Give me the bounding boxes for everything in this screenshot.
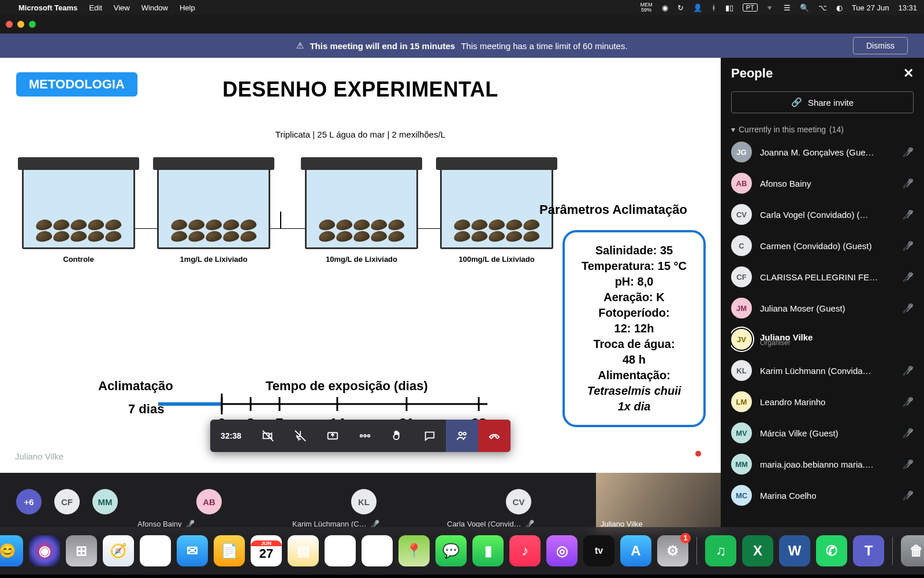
avatar: JG	[731, 142, 752, 162]
record-icon[interactable]: ◉	[662, 3, 668, 12]
overflow-count[interactable]: +6	[16, 489, 42, 514]
sync-icon[interactable]: ↻	[677, 3, 684, 12]
dock-spotify[interactable]: ♫	[705, 535, 736, 566]
dock-word[interactable]: W	[779, 535, 810, 566]
dock-notes[interactable]: ▤	[288, 535, 319, 566]
people-row[interactable]: ABAfonso Bainy🎤̸	[731, 170, 914, 197]
window-close[interactable]	[6, 21, 13, 28]
more-actions[interactable]	[349, 420, 381, 452]
avatar: JV	[731, 329, 752, 350]
dock-reminders[interactable]: ▥	[362, 535, 393, 566]
window-minimize[interactable]	[17, 21, 24, 28]
battery-icon[interactable]: ▮▯	[725, 3, 733, 12]
input-lang[interactable]: PT	[743, 3, 758, 12]
mic-muted-icon: 🎤̸	[902, 178, 914, 189]
bluetooth-icon[interactable]: ᚼ	[711, 3, 716, 12]
people-row[interactable]: JGJoanna M. Gonçalves (Gue…🎤̸	[731, 139, 914, 165]
user-icon[interactable]: 👤	[693, 3, 702, 12]
people-row[interactable]: LMLeandro Marinho🎤̸	[731, 388, 914, 415]
people-row[interactable]: MVMárcia Vilke (Guest)🎤̸	[731, 420, 914, 446]
overflow-avatar-1[interactable]: CF	[54, 489, 80, 514]
menu-view[interactable]: View	[114, 3, 130, 12]
dock-trash[interactable]: 🗑	[901, 535, 924, 566]
person-name: Márcia Vilke (Guest)	[760, 428, 894, 438]
mic-muted-icon: 🎤̸	[902, 459, 914, 470]
video-tile[interactable]: KLKarim Lüchmann (C… 🎤̸	[286, 473, 441, 531]
menu-help[interactable]: Help	[180, 3, 195, 12]
person-name: Carla Vogel (Convidado) (…	[760, 210, 894, 220]
people-row[interactable]: CFCLARISSA PELLEGRINI FE…🎤̸	[731, 264, 914, 290]
people-row[interactable]: JMJuliana Moser (Guest)🎤̸	[731, 295, 914, 321]
video-tile[interactable]: CVCarla Vogel (Convid… 🎤̸	[441, 473, 596, 531]
dock-music[interactable]: ♪	[509, 535, 541, 566]
wifi-icon[interactable]: ᯤ	[767, 3, 774, 12]
person-name: Afonso Bainy	[760, 179, 894, 188]
overflow-avatar-2[interactable]: MM	[92, 489, 118, 514]
meeting-end-banner: ⚠ This meeting will end in 15 minutes Th…	[0, 34, 924, 58]
aclimatacao-label: Aclimatação	[98, 379, 173, 394]
overflow-group[interactable]: +6 CF MM	[0, 473, 132, 531]
hangup-button[interactable]	[478, 420, 511, 452]
dock-launchpad[interactable]: ⊞	[66, 535, 97, 566]
menu-time[interactable]: 13:31	[898, 3, 917, 12]
menu-date[interactable]: Tue 27 Jun	[852, 3, 889, 12]
dock-siri[interactable]: ◉	[29, 535, 60, 566]
dock-whatsapp[interactable]: ✆	[816, 535, 847, 566]
dock-photos[interactable]: ✿	[140, 535, 171, 566]
dock-podcasts[interactable]: ◎	[546, 535, 578, 566]
menu-edit[interactable]: Edit	[89, 3, 102, 12]
dock-notes-alt[interactable]: 📄	[214, 535, 245, 566]
people-row[interactable]: JVJuliano VilkeOrganiser	[731, 326, 914, 353]
mic-muted-icon: 🎤̸	[902, 490, 914, 501]
dock-safari[interactable]: 🧭	[103, 535, 134, 566]
panel-title: People	[731, 66, 773, 81]
people-row[interactable]: CCarmen (Convidado) (Guest)🎤̸	[731, 232, 914, 259]
param-title: Parâmetros Aclimatação	[539, 202, 687, 217]
raise-hand[interactable]	[381, 420, 413, 452]
dock-freeform[interactable]: 〰	[325, 535, 356, 566]
widgets-icon[interactable]: ⌥	[818, 3, 827, 12]
window-zoom[interactable]	[29, 21, 36, 28]
dismiss-button[interactable]: Dismiss	[853, 37, 908, 54]
dock-teams[interactable]: T	[853, 535, 884, 566]
dock-facetime[interactable]: ▮	[472, 535, 504, 566]
mic-toggle[interactable]	[284, 420, 316, 452]
people-row[interactable]: CVCarla Vogel (Convidado) (…🎤̸	[731, 201, 914, 228]
people-row[interactable]: KLKarim Lüchmann (Convida…🎤̸	[731, 357, 914, 384]
section-heading[interactable]: ▾ Currently in this meeting (14)	[731, 125, 914, 134]
mic-muted-icon: 🎤̸	[902, 428, 914, 439]
app-name[interactable]: Microsoft Teams	[18, 3, 77, 12]
share-toggle[interactable]	[316, 420, 349, 452]
mic-muted-icon: 🎤̸	[902, 147, 914, 158]
menu-window[interactable]: Window	[141, 3, 168, 12]
dock-tv[interactable]: tv	[583, 535, 614, 566]
mic-muted-icon: 🎤̸	[902, 365, 914, 376]
dock-appstore[interactable]: A	[620, 535, 651, 566]
tank-2: 10mg/L de Lixiviado	[305, 165, 418, 264]
camera-toggle[interactable]	[252, 420, 284, 452]
dock-settings[interactable]: ⚙1	[657, 535, 688, 566]
tank-1: 1mg/L de Lixiviado	[157, 165, 270, 264]
siri-icon-menu[interactable]: ◐	[836, 3, 843, 12]
dock-messages[interactable]: 💬	[435, 535, 467, 566]
dock-excel[interactable]: X	[742, 535, 773, 566]
share-invite-button[interactable]: 🔗 Share invite	[731, 91, 914, 113]
people-row[interactable]: MMmaria.joao.bebianno maria.…🎤̸	[731, 451, 914, 477]
dock-mail[interactable]: ✉	[177, 535, 208, 566]
person-name: Marina Coelho	[760, 491, 894, 501]
mem-indicator[interactable]: MEM 59%	[640, 2, 653, 13]
video-tile[interactable]: ABAfonso Bainy 🎤̸	[132, 473, 286, 531]
self-camera-tile[interactable]: Juliano Vilke	[596, 473, 721, 531]
control-center-icon[interactable]: ☰	[784, 3, 791, 12]
chat-toggle[interactable]	[413, 420, 446, 452]
avatar: MC	[731, 485, 752, 506]
badge: 1	[680, 533, 691, 543]
dock-calendar[interactable]: JUN27	[251, 535, 282, 566]
people-row[interactable]: MCMarina Coelho🎤̸	[731, 482, 914, 509]
close-panel-icon[interactable]: ✕	[903, 66, 914, 81]
dock-maps[interactable]: 📍	[398, 535, 430, 566]
param-box: Salinidade: 35Temperatura: 15 °CpH: 8,0A…	[562, 230, 706, 427]
spotlight-icon[interactable]: 🔍	[800, 3, 809, 12]
dock-finder[interactable]: 😊	[0, 535, 23, 566]
people-toggle[interactable]	[446, 420, 478, 452]
